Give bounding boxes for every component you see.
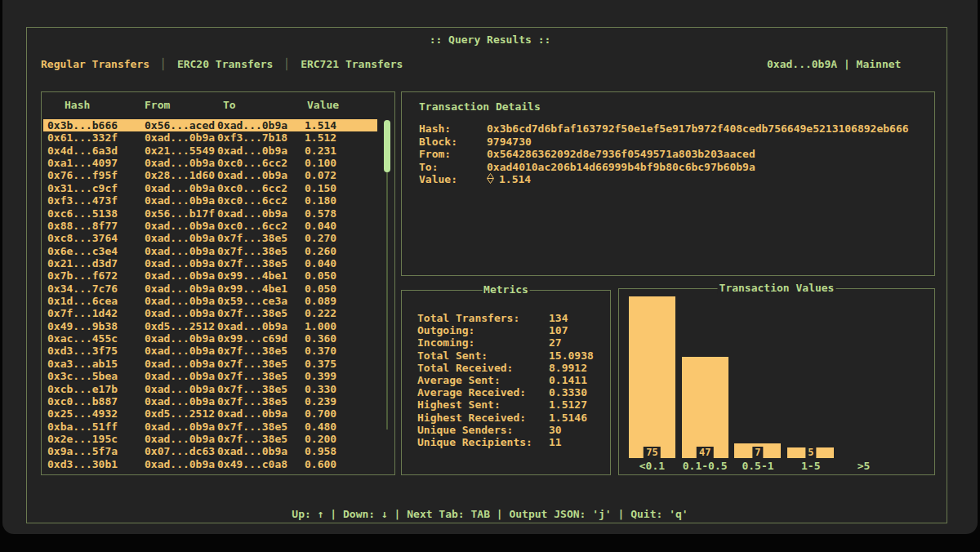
- value-cell: 0.330: [305, 383, 336, 395]
- value-cell: 0.480: [305, 421, 336, 433]
- table-row[interactable]: 0xa3...ab150xad...0b9a0x7f...38e50.375: [42, 358, 394, 370]
- metric-label: Incoming:: [417, 336, 549, 349]
- to-cell: 0x99...c69d: [217, 332, 287, 345]
- from-cell: 0xad...0b9a: [145, 458, 215, 470]
- details-fields: Hash:0x3b6cd7d6bfaf163792f50e1ef5e917b97…: [419, 122, 909, 186]
- table-row[interactable]: 0xac...455c0xad...0b9a0x99...c69d0.360: [42, 332, 394, 345]
- value-cell: 0.231: [305, 145, 336, 157]
- table-row[interactable]: 0xa1...40970xad...0b9a0xc0...6cc20.100: [42, 157, 394, 169]
- table-row[interactable]: 0xc0...b8870xad...0b9a0x7f...38e50.239: [42, 395, 394, 407]
- tab-erc20-transfers[interactable]: ERC20 Transfers: [177, 58, 273, 70]
- hash-cell: 0x7b...f672: [47, 269, 118, 282]
- to-cell: 0xc0...6cc2: [217, 157, 287, 169]
- to-cell: 0x7f...38e5: [217, 383, 287, 395]
- table-row[interactable]: 0x21...d3d70xad...0b9a0x7f...38e50.040: [42, 257, 394, 269]
- table-row[interactable]: 0x7b...f6720xad...0b9a0x99...4be10.050: [42, 269, 394, 282]
- tab-separator: │: [160, 58, 167, 70]
- value-cell: 0.370: [305, 345, 336, 357]
- chart-category-label: >5: [837, 460, 890, 472]
- to-cell: 0xf3...7b18: [217, 131, 287, 144]
- table-row[interactable]: 0xcb...e17b0xad...0b9a0x7f...38e50.330: [42, 383, 394, 395]
- scrollbar-thumb[interactable]: [384, 120, 390, 172]
- table-row[interactable]: 0x2e...195c0xad...0b9a0x7f...38e50.200: [42, 433, 394, 445]
- metric-value: 11: [549, 436, 562, 448]
- table-row[interactable]: 0x76...f95f0x28...1d600xad...0b9a0.072: [42, 169, 394, 181]
- keyboard-hints: Up: ↑ | Down: ↓ | Next Tab: TAB | Output…: [2, 508, 978, 520]
- chart-plot-area: 754775: [626, 294, 890, 458]
- column-header-from: From: [145, 99, 170, 111]
- metric-value: 107: [549, 324, 568, 336]
- chart-bar-slot: 5: [784, 294, 837, 458]
- table-row[interactable]: 0x88...8f770xad...0b9a0xc0...6cc20.040: [42, 220, 394, 232]
- hash-cell: 0x31...c9cf: [47, 182, 118, 194]
- metric-row: Highest Received:1.5146: [417, 412, 604, 424]
- table-row[interactable]: 0x3b...b6660x56...aced0xad...0b9a1.514: [42, 119, 394, 131]
- metric-label: Unique Senders:: [417, 424, 549, 436]
- from-cell: 0xad...0b9a: [145, 421, 215, 433]
- chart-bar-value-label: 5: [805, 447, 816, 458]
- table-row[interactable]: 0xc8...37640xad...0b9a0x7f...38e50.270: [42, 232, 394, 244]
- from-cell: 0xad...0b9a: [145, 433, 215, 445]
- table-row[interactable]: 0xc6...51380x56...b17f0xad...0b9a0.578: [42, 207, 394, 220]
- details-field: To:0xad4010ac206b14d66999b4bf9b80c6bc97b…: [419, 161, 909, 174]
- from-cell: 0xad...0b9a: [145, 395, 215, 407]
- chart-bar-slot: 75: [626, 294, 679, 458]
- table-row[interactable]: 0xf3...473f0xad...0b9a0xc0...6cc20.180: [42, 194, 394, 207]
- chart-bar-value-label: 75: [644, 447, 660, 458]
- table-row[interactable]: 0x4d...6a3d0x21...55490xad...0b9a0.231: [42, 145, 394, 157]
- hash-cell: 0x76...f95f: [47, 169, 118, 181]
- metrics-panel-title: Metrics: [482, 283, 530, 296]
- table-row[interactable]: 0x1d...6cea0xad...0b9a0x59...ce3a0.089: [42, 295, 394, 307]
- value-cell: 0.270: [305, 232, 336, 244]
- to-cell: 0x7f...38e5: [217, 421, 287, 433]
- to-cell: 0xad...0b9a: [217, 145, 287, 157]
- details-field-label: Block:: [419, 136, 487, 149]
- metric-row: Incoming:27: [417, 336, 604, 349]
- to-cell: 0xad...0b9a: [217, 207, 287, 220]
- tab-regular-transfers[interactable]: Regular Transfers: [41, 58, 149, 70]
- value-cell: 0.180: [305, 194, 336, 207]
- metric-value: 15.0938: [549, 349, 594, 362]
- value-cell: 0.050: [305, 283, 336, 295]
- value-cell: 0.040: [305, 220, 336, 232]
- table-row[interactable]: 0x7f...1d420xad...0b9a0x7f...38e50.222: [42, 307, 394, 319]
- hash-cell: 0x2e...195c: [47, 433, 118, 445]
- table-row[interactable]: 0x6e...c3e40xad...0b9a0x7f...38e50.260: [42, 245, 394, 257]
- metric-value: 8.9912: [549, 362, 587, 374]
- table-row[interactable]: 0x3c...5bea0xad...0b9a0x7f...38e50.399: [42, 370, 394, 382]
- details-field-label: Hash:: [419, 122, 487, 136]
- table-row[interactable]: 0x49...9b380xd5...25120xad...0b9a1.000: [42, 320, 394, 332]
- table-row[interactable]: 0xd3...3f750xad...0b9a0x7f...38e50.370: [42, 345, 394, 357]
- table-row[interactable]: 0x61...332f0xad...0b9a0xf3...7b181.512: [42, 131, 394, 144]
- value-cell: 0.100: [305, 157, 336, 169]
- hash-cell: 0x3b...b666: [47, 119, 118, 131]
- from-cell: 0xad...0b9a: [145, 283, 215, 295]
- metric-value: 0.3330: [549, 386, 587, 398]
- details-field-label: Value:: [419, 173, 487, 186]
- from-cell: 0xad...0b9a: [145, 131, 215, 144]
- column-header-to: To: [223, 99, 236, 111]
- table-row[interactable]: 0x31...c9cf0xad...0b9a0xc0...6cc20.150: [42, 182, 394, 194]
- chart-bar-value-label: 7: [752, 447, 763, 458]
- from-cell: 0xad...0b9a: [145, 220, 215, 232]
- tab-erc721-transfers[interactable]: ERC721 Transfers: [301, 58, 403, 70]
- to-cell: 0xad...0b9a: [217, 407, 287, 420]
- metric-row: Total Received:8.9912: [417, 362, 604, 374]
- details-field-value: 0xad4010ac206b14d66999b4bf9b80c6bc97b60b…: [487, 161, 755, 173]
- table-row[interactable]: 0xba...51ff0xad...0b9a0x7f...38e50.480: [42, 421, 394, 433]
- chart-category-axis: <0.10.1-0.50.5-11-5>5: [626, 460, 890, 472]
- table-row[interactable]: 0x9a...5f7a0x07...dc630xad...0b9a0.958: [42, 445, 394, 457]
- hash-cell: 0x9a...5f7a: [47, 445, 118, 457]
- details-field: Block:9794730: [419, 136, 909, 149]
- table-row[interactable]: 0xd3...30b10xad...0b9a0x49...c0a80.600: [42, 458, 394, 470]
- chart-title: Transaction Values: [718, 282, 836, 294]
- details-field-value: 9794730: [487, 136, 532, 148]
- value-cell: 0.200: [305, 433, 336, 445]
- metric-label: Highest Sent:: [417, 398, 549, 411]
- table-rows: 0x3b...b6660x56...aced0xad...0b9a1.5140x…: [42, 119, 394, 470]
- table-row[interactable]: 0x34...7c760xad...0b9a0x99...4be10.050: [42, 283, 394, 295]
- metric-label: Total Received:: [417, 362, 549, 374]
- from-cell: 0xad...0b9a: [145, 269, 215, 282]
- metric-label: Outgoing:: [417, 324, 549, 336]
- table-row[interactable]: 0x25...49320xd5...25120xad...0b9a0.700: [42, 407, 394, 420]
